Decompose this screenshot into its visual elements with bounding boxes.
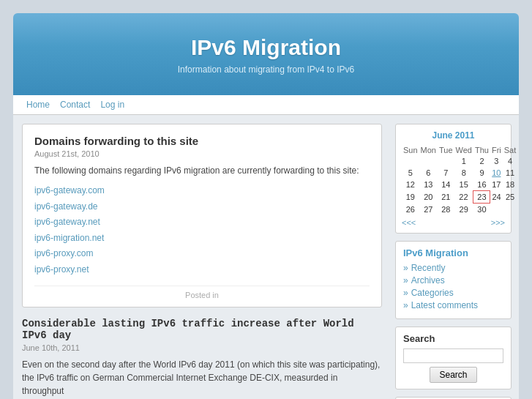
cal-day: 22: [454, 191, 473, 204]
post-title-1: Domains forwarding to this site: [34, 135, 370, 147]
calendar-table: Sun Mon Tue Wed Thu Fri Sat 123456789101…: [402, 145, 517, 215]
cal-day: [503, 204, 518, 216]
post-title-2: Considerable lasting IPv6 traffic increa…: [22, 318, 382, 341]
domain-2: ipv6-gateway.de: [34, 199, 370, 215]
cal-day: 12: [402, 179, 419, 191]
search-widget-title: Search: [403, 333, 503, 344]
cal-day: 27: [419, 204, 438, 216]
cal-day: 11: [503, 167, 518, 179]
cal-day: 5: [402, 167, 419, 179]
site-header: IPv6 Migration Information about migrati…: [13, 13, 519, 95]
site-tagline: Information about migrating from IPv4 to…: [28, 64, 504, 75]
domain-6: ipv6-proxy.net: [34, 262, 370, 278]
cal-day: 24: [490, 191, 503, 204]
posted-in: Posted in: [34, 286, 370, 299]
domain-1: ipv6-gateway.com: [34, 183, 370, 199]
cal-header-mon: Mon: [419, 145, 438, 155]
cal-day: 3: [490, 155, 503, 167]
domain-4: ipv6-migration.net: [34, 231, 370, 247]
cal-day: 6: [419, 167, 438, 179]
nav-home[interactable]: Home: [26, 100, 50, 110]
widget-link-recently[interactable]: Recently: [403, 263, 503, 273]
cal-header-sun: Sun: [402, 145, 419, 155]
domain-3: ipv6-gateway.net: [34, 215, 370, 231]
cal-header-tue: Tue: [438, 145, 454, 155]
widget-link-categories[interactable]: Categories: [403, 288, 503, 298]
post-date-2: June 10th, 2011: [22, 343, 382, 352]
nav-bar: Home Contact Log in: [13, 95, 519, 115]
post-body-1: The following domains regarding IPv6 mig…: [34, 164, 370, 177]
ipv6-widget: IPv6 Migration Recently Archives Categor…: [395, 241, 512, 319]
cal-day: 15: [454, 179, 473, 191]
cal-day: [490, 204, 503, 216]
cal-day: 8: [454, 167, 473, 179]
search-button[interactable]: Search: [430, 367, 476, 383]
cal-day: 4: [503, 155, 518, 167]
post-body-2: Even on the second day after the World I…: [22, 358, 382, 398]
cal-day: 2: [473, 155, 490, 167]
search-input[interactable]: [403, 348, 503, 363]
search-widget: Search Search: [395, 327, 512, 389]
cal-day: [438, 155, 454, 167]
calendar-widget: June 2011 Sun Mon Tue Wed Thu Fri Sat 12…: [395, 124, 512, 234]
cal-day: 1: [454, 155, 473, 167]
post-card-2: Considerable lasting IPv6 traffic increa…: [22, 318, 382, 398]
content-area: Domains forwarding to this site August 2…: [13, 124, 391, 399]
sidebar: June 2011 Sun Mon Tue Wed Thu Fri Sat 12…: [391, 124, 519, 399]
site-title: IPv6 Migration: [28, 35, 504, 60]
nav-contact[interactable]: Contact: [60, 100, 90, 110]
cal-day: 14: [438, 179, 454, 191]
cal-day[interactable]: 10: [490, 167, 503, 179]
cal-header-thu: Thu: [473, 145, 490, 155]
domain-5: ipv6-proxy.com: [34, 246, 370, 262]
cal-prev-prev[interactable]: <<: [402, 218, 411, 227]
cal-day: 29: [454, 204, 473, 216]
cal-day: 13: [419, 179, 438, 191]
cal-day: 7: [438, 167, 454, 179]
main-layout: Domains forwarding to this site August 2…: [13, 115, 519, 399]
calendar-nav: << < > >>: [402, 218, 505, 227]
cal-day: [419, 155, 438, 167]
nav-login[interactable]: Log in: [100, 100, 124, 110]
cal-prev[interactable]: <: [411, 218, 416, 227]
cal-day: 19: [402, 191, 419, 204]
cal-day: 23: [473, 191, 490, 204]
post-domains: ipv6-gateway.com ipv6-gateway.de ipv6-ga…: [34, 183, 370, 278]
widget-link-archives[interactable]: Archives: [403, 275, 503, 286]
post-date-1: August 21st, 2010: [34, 149, 370, 158]
calendar-title: June 2011: [402, 130, 505, 141]
cal-day: 16: [473, 179, 490, 191]
cal-header-wed: Wed: [454, 145, 473, 155]
post-card-1: Domains forwarding to this site August 2…: [22, 124, 382, 307]
ipv6-widget-title: IPv6 Migration: [403, 247, 503, 258]
cal-day: 30: [473, 204, 490, 216]
cal-day: [402, 155, 419, 167]
cal-day: 21: [438, 191, 454, 204]
cal-header-sat: Sat: [503, 145, 518, 155]
cal-next-next[interactable]: >>: [495, 218, 505, 227]
cal-day: 26: [402, 204, 419, 216]
cal-day: 9: [473, 167, 490, 179]
cal-day: 20: [419, 191, 438, 204]
cal-day: 28: [438, 204, 454, 216]
cal-header-fri: Fri: [490, 145, 503, 155]
cal-day: 25: [503, 191, 518, 204]
widget-link-comments[interactable]: Latest comments: [403, 300, 503, 310]
cal-day: 17: [490, 179, 503, 191]
cal-day: 18: [503, 179, 518, 191]
